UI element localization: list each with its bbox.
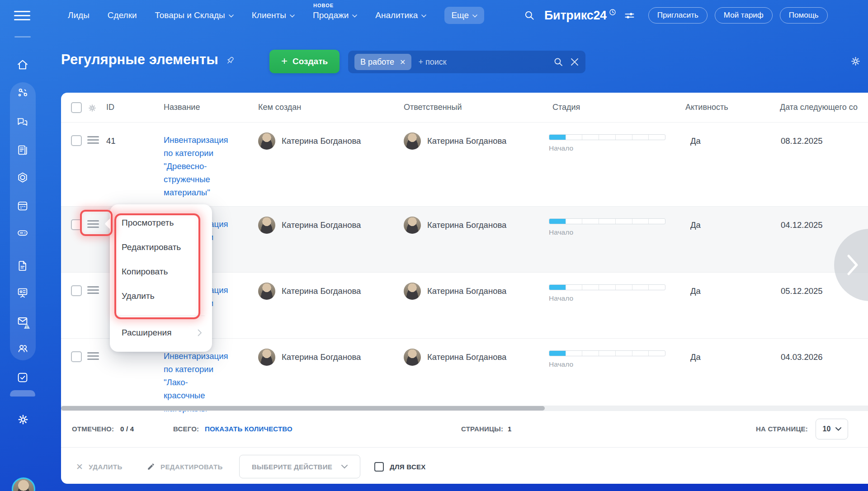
grid-footer: ОТМЕЧЕНО: 0 / 4 ВСЕГО: ПОКАЗАТЬ КОЛИЧЕСТ… <box>61 411 868 447</box>
bitrix24-logo: Битрикс24 <box>544 8 616 23</box>
stage-progress-bar[interactable] <box>549 350 665 356</box>
show-count-link[interactable]: ПОКАЗАТЬ КОЛИЧЕСТВО <box>205 425 292 433</box>
stage-progress-bar[interactable] <box>549 134 665 140</box>
row-title-link[interactable]: Инвентаризация по категории "Древесно- с… <box>164 135 228 197</box>
checked-label: ОТМЕЧЕНО: <box>72 425 114 433</box>
row-menu-icon[interactable] <box>87 136 99 144</box>
grid-settings-gear-icon[interactable] <box>849 55 862 67</box>
menu-item-products[interactable]: Товары и Склады <box>155 10 234 20</box>
row-menu-icon[interactable] <box>87 286 99 294</box>
menu-item-extensions[interactable]: Расширения <box>110 320 212 345</box>
people-icon[interactable] <box>16 342 29 355</box>
per-page-label: НА СТРАНИЦЕ: <box>756 425 808 433</box>
menu-item-leads[interactable]: Лиды <box>68 10 90 20</box>
user-avatar[interactable] <box>12 477 35 491</box>
bulk-edit-button[interactable]: РЕДАКТИРОВАТЬ <box>147 448 223 484</box>
responsible-name[interactable]: Катерина Богданова <box>427 283 506 300</box>
topbar-right-cluster: Битрикс24 Пригласить Мой тариф Помощь <box>524 0 828 31</box>
stage-label: Начало <box>549 360 685 368</box>
search-icon[interactable] <box>553 57 564 67</box>
whiteboard-icon[interactable] <box>16 287 29 299</box>
for-all-checkbox[interactable]: ДЛЯ ВСЕХ <box>374 448 426 484</box>
stage-cell: Начало <box>548 273 685 302</box>
hamburger-menu-icon[interactable] <box>14 11 30 20</box>
responsible-name[interactable]: Катерина Богданова <box>427 132 506 150</box>
column-header-next-date[interactable]: Дата следующего со <box>780 103 868 112</box>
settings-gear-icon[interactable] <box>16 413 29 425</box>
responsible-name[interactable]: Катерина Богданова <box>427 349 506 366</box>
news-feed-icon[interactable] <box>16 144 29 156</box>
home-icon[interactable] <box>16 58 29 71</box>
left-sidebar <box>0 31 45 491</box>
per-page-select[interactable]: 10 <box>816 419 848 439</box>
pin-icon[interactable] <box>225 55 236 66</box>
activity-value: Да <box>685 273 780 299</box>
row-title-link[interactable]: Инвентаризация по категории "Лако- красо… <box>164 351 228 413</box>
clear-filter-icon[interactable] <box>570 57 579 66</box>
menu-item-delete[interactable]: Удалить <box>110 284 212 308</box>
bulk-delete-button[interactable]: ✕ УДАЛИТЬ <box>76 448 123 484</box>
row-menu-icon[interactable] <box>87 220 99 228</box>
chevron-down-icon <box>290 14 295 18</box>
activity-value: Да <box>685 339 780 365</box>
create-button[interactable]: + Создать <box>269 50 340 73</box>
scrollbar-thumb[interactable] <box>61 406 545 411</box>
sidebar-bump <box>10 390 35 397</box>
chat-icon[interactable] <box>16 116 29 128</box>
column-header-name[interactable]: Название <box>164 103 258 112</box>
menu-item-sales[interactable]: НОВОЕ Продажи <box>313 10 357 20</box>
search-input[interactable]: + поиск <box>418 57 553 67</box>
drive-icon[interactable] <box>16 227 29 239</box>
creator-name[interactable]: Катерина Богданова <box>282 283 361 300</box>
choose-action-select[interactable]: ВЫБЕРИТЕ ДЕЙСТВИЕ <box>239 455 360 478</box>
checkbox[interactable] <box>374 462 384 472</box>
column-header-creator[interactable]: Кем создан <box>258 103 404 112</box>
row-checkbox[interactable] <box>71 135 82 146</box>
row-checkbox[interactable] <box>71 219 82 230</box>
invite-button[interactable]: Пригласить <box>648 7 708 24</box>
context-menu-items: Просмотреть Редактировать Копировать Уда… <box>110 211 212 308</box>
stage-progress-bar[interactable] <box>549 284 665 290</box>
menu-item-view[interactable]: Просмотреть <box>110 211 212 235</box>
responsible-name[interactable]: Катерина Богданова <box>427 217 506 234</box>
avatar <box>404 217 421 234</box>
help-button[interactable]: Помощь <box>780 7 828 24</box>
stage-progress-bar[interactable] <box>549 218 665 224</box>
menu-item-clients[interactable]: Клиенты <box>252 10 295 20</box>
sliders-icon[interactable] <box>623 9 636 22</box>
menu-item-more[interactable]: Еще <box>444 7 484 24</box>
tasks-icon[interactable] <box>16 371 29 384</box>
creator-name[interactable]: Катерина Богданова <box>282 217 361 234</box>
filter-search-bar[interactable]: В работе ✕ + поиск <box>348 51 585 73</box>
plus-icon: + <box>281 56 288 66</box>
horizontal-scrollbar[interactable] <box>61 406 868 411</box>
select-all-checkbox[interactable] <box>71 102 82 113</box>
column-header-responsible[interactable]: Ответственный <box>404 103 548 112</box>
table-header-row: ID Название Кем создан Ответственный Ста… <box>61 93 868 123</box>
creator-name[interactable]: Катерина Богданова <box>282 132 361 150</box>
crm-network-icon[interactable] <box>16 86 29 99</box>
column-settings-gear-icon[interactable] <box>87 103 97 113</box>
stage-label: Начало <box>549 144 685 152</box>
chip-remove-icon[interactable]: ✕ <box>400 58 406 66</box>
row-checkbox[interactable] <box>71 351 82 362</box>
menu-item-copy[interactable]: Копировать <box>110 260 212 284</box>
menu-item-analytics[interactable]: Аналитика <box>375 10 426 20</box>
filter-chip-in-progress[interactable]: В работе ✕ <box>354 54 411 70</box>
row-checkbox[interactable] <box>71 285 82 296</box>
my-plan-button[interactable]: Мой тариф <box>715 7 773 24</box>
new-badge: НОВОЕ <box>313 3 334 8</box>
document-icon[interactable] <box>16 260 29 272</box>
search-icon[interactable] <box>524 9 535 21</box>
column-header-stage[interactable]: Стадия <box>548 103 685 112</box>
row-menu-icon[interactable] <box>87 352 99 360</box>
row-context-menu: Просмотреть Редактировать Копировать Уда… <box>110 204 212 352</box>
column-header-activity[interactable]: Активность <box>685 103 780 112</box>
mail-warning-badge-icon <box>24 323 30 329</box>
creator-name[interactable]: Катерина Богданова <box>282 349 361 366</box>
calendar-icon[interactable] <box>16 199 29 212</box>
menu-item-deals[interactable]: Сделки <box>108 10 137 20</box>
menu-item-edit[interactable]: Редактировать <box>110 235 212 260</box>
hexagon-icon[interactable] <box>16 171 29 184</box>
column-header-id[interactable]: ID <box>106 103 164 112</box>
